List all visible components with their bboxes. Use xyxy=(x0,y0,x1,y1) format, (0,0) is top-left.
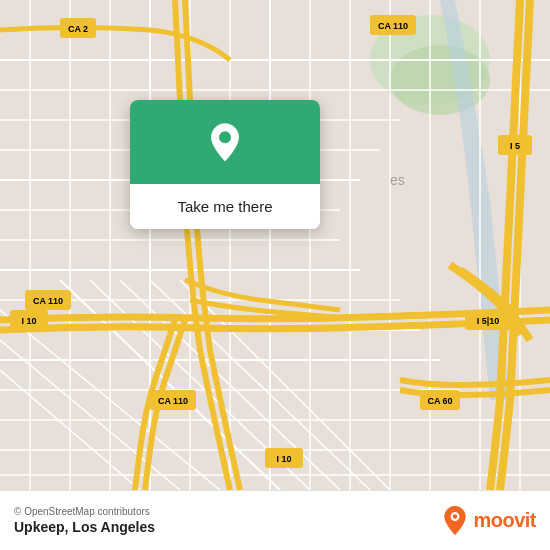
location-popup: Take me there xyxy=(130,100,320,229)
bottom-left-info: © OpenStreetMap contributors Upkeep, Los… xyxy=(14,506,155,535)
svg-text:I 5|10: I 5|10 xyxy=(477,316,500,326)
map-background: CA 2 CA 110 I 5 I 5|10 CA 110 CA 110 I 1… xyxy=(0,0,550,490)
svg-text:I 10: I 10 xyxy=(276,454,291,464)
svg-text:CA 110: CA 110 xyxy=(158,396,188,406)
svg-text:CA 60: CA 60 xyxy=(427,396,452,406)
osm-credit: © OpenStreetMap contributors xyxy=(14,506,155,517)
map-svg: CA 2 CA 110 I 5 I 5|10 CA 110 CA 110 I 1… xyxy=(0,0,550,490)
svg-text:CA 110: CA 110 xyxy=(33,296,63,306)
popup-green-area xyxy=(130,100,320,184)
location-pin-icon xyxy=(203,122,247,166)
moovit-pin-icon xyxy=(441,505,469,537)
bottom-bar: © OpenStreetMap contributors Upkeep, Los… xyxy=(0,490,550,550)
svg-point-60 xyxy=(453,514,457,518)
moovit-logo: moovit xyxy=(441,505,536,537)
svg-point-2 xyxy=(390,45,490,115)
svg-point-58 xyxy=(219,131,231,143)
moovit-brand-name: moovit xyxy=(473,509,536,532)
location-name: Upkeep, Los Angeles xyxy=(14,519,155,535)
svg-text:CA 2: CA 2 xyxy=(68,24,88,34)
svg-text:I 5: I 5 xyxy=(510,141,520,151)
svg-text:I 10: I 10 xyxy=(21,316,36,326)
svg-text:CA 110: CA 110 xyxy=(378,21,408,31)
svg-text:es: es xyxy=(390,172,405,188)
take-me-there-button[interactable]: Take me there xyxy=(130,184,320,229)
